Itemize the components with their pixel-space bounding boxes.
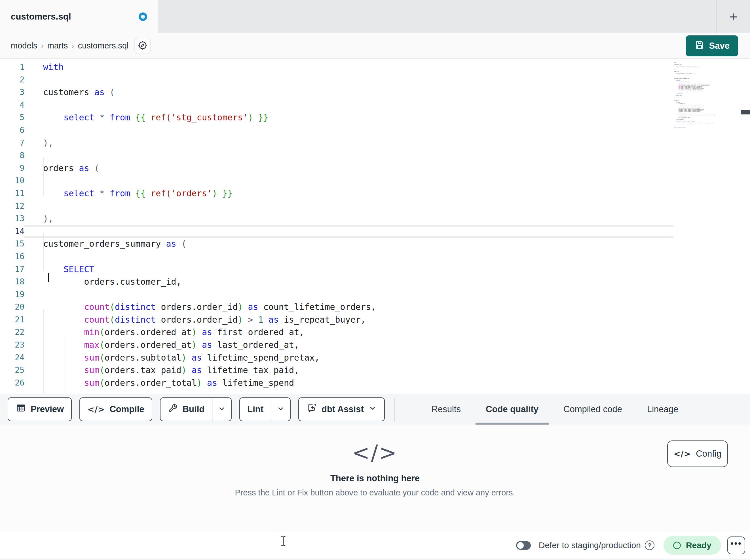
code-line-3[interactable]: 3customers as (	[0, 86, 673, 99]
dbt-assist-icon	[306, 403, 317, 416]
build-icon	[168, 403, 178, 416]
code-text	[24, 124, 673, 137]
code-text: select * from {{ ref('orders') }}	[24, 187, 673, 200]
minimap[interactable]: withcustomers as ( select * from {{ ref(…	[674, 62, 718, 128]
line-number: 25	[0, 364, 24, 377]
code-text: ),	[24, 137, 673, 149]
code-text	[24, 174, 673, 187]
lint-button[interactable]: Lint	[239, 397, 291, 421]
compile-button[interactable]: </>Compile	[79, 397, 152, 421]
code-line-14[interactable]: 14	[0, 225, 673, 238]
line-number: 19	[0, 288, 24, 301]
code-line-17[interactable]: 17 SELECT	[0, 263, 673, 276]
tab-code-quality[interactable]: Code quality	[473, 394, 551, 424]
code-line-8[interactable]: 8	[0, 149, 673, 162]
breadcrumb-item-marts[interactable]: marts	[47, 41, 68, 50]
indent-guide	[43, 233, 44, 271]
config-button-label: Config	[696, 449, 722, 459]
code-line-26[interactable]: 26 sum(orders.order_total) as lifetime_s…	[0, 377, 673, 390]
code-line-15[interactable]: 15customer_orders_summary as (	[0, 238, 673, 250]
code-editor[interactable]: 1with23customers as (45 select * from {{…	[0, 59, 750, 394]
editor-tab-customers-sql[interactable]: customers.sql	[0, 0, 158, 33]
build-dropdown-button[interactable]	[212, 398, 231, 421]
line-number: 5	[0, 111, 24, 124]
lint-dropdown-button[interactable]	[271, 398, 290, 421]
code-text: sum(orders.subtotal) as lifetime_spend_p…	[24, 352, 673, 364]
breadcrumb-bar: models›marts›customers.sql Save	[0, 33, 750, 59]
code-line-25[interactable]: 25 sum(orders.tax_paid) as lifetime_tax_…	[0, 364, 673, 377]
line-number: 4	[0, 99, 24, 111]
compile-icon: </>	[87, 404, 105, 414]
more-options-button[interactable]: •••	[727, 537, 745, 554]
save-icon	[694, 40, 705, 52]
line-number: 11	[0, 187, 24, 200]
code-line-4[interactable]: 4	[0, 99, 673, 111]
new-tab-button[interactable]: +	[716, 0, 750, 33]
line-number: 6	[0, 124, 24, 137]
code-line-21[interactable]: 21 count(distinct orders.order_id) > 1 a…	[0, 314, 673, 326]
line-number: 13	[0, 212, 24, 225]
help-icon[interactable]: ?	[645, 540, 654, 550]
code-text: select * from {{ ref('stg_customers') }}	[24, 111, 673, 124]
line-number: 10	[0, 174, 24, 187]
code-line-19[interactable]: 19	[0, 288, 673, 301]
minimap-line: on customers.customer_id = customer_orde…	[674, 122, 718, 124]
code-line-23[interactable]: 23 max(orders.ordered_at) as last_ordere…	[0, 339, 673, 352]
code-line-1[interactable]: 1with	[0, 61, 673, 74]
breadcrumb-item-customers-sql[interactable]: customers.sql	[78, 41, 129, 50]
code-line-22[interactable]: 22 min(orders.ordered_at) as first_order…	[0, 326, 673, 339]
line-number: 9	[0, 162, 24, 175]
file-navigate-button[interactable]	[134, 38, 151, 54]
line-number: 14	[0, 225, 24, 238]
code-line-2[interactable]: 2	[0, 74, 673, 86]
code-line-20[interactable]: 20 count(distinct orders.order_id) as co…	[0, 301, 673, 314]
code-line-11[interactable]: 11 select * from {{ ref('orders') }}	[0, 187, 673, 200]
defer-toggle[interactable]	[516, 541, 531, 550]
code-line-12[interactable]: 12	[0, 200, 673, 213]
code-text: sum(orders.order_total) as lifetime_spen…	[24, 377, 673, 390]
code-line-24[interactable]: 24 sum(orders.subtotal) as lifetime_spen…	[0, 352, 673, 364]
code-text	[24, 225, 673, 238]
toggle-knob	[517, 542, 524, 549]
code-text	[24, 288, 673, 301]
editor-scrollbar-thumb[interactable]	[741, 110, 750, 115]
line-number: 23	[0, 339, 24, 352]
save-button-label: Save	[709, 41, 730, 51]
code-quality-panel: </> There is nothing here Press the Lint…	[0, 424, 750, 532]
empty-state: </> There is nothing here Press the Lint…	[0, 424, 750, 497]
code-line-13[interactable]: 13),	[0, 212, 673, 225]
config-button[interactable]: </> Config	[667, 440, 728, 467]
code-line-7[interactable]: 7),	[0, 137, 673, 149]
ide-status-label: Ready	[686, 540, 711, 550]
toolbar-buttons: Preview</>Compile Build Lint dbt Assist	[8, 397, 392, 421]
dbt-assist-button[interactable]: dbt Assist	[298, 397, 385, 421]
code-text	[24, 74, 673, 86]
breadcrumb-item-models[interactable]: models	[11, 41, 37, 50]
preview-button[interactable]: Preview	[8, 397, 72, 421]
tab-compiled-code[interactable]: Compiled code	[551, 394, 635, 424]
code-line-5[interactable]: 5 select * from {{ ref('stg_customers') …	[0, 111, 673, 124]
tab-results[interactable]: Results	[419, 394, 473, 424]
text-caret	[48, 273, 49, 282]
code-line-16[interactable]: 16	[0, 250, 673, 263]
ellipsis-icon: •••	[730, 544, 742, 547]
save-button[interactable]: Save	[686, 36, 738, 56]
code-line-18[interactable]: 18 orders.customer_id,	[0, 276, 673, 288]
line-number: 8	[0, 149, 24, 162]
code-text	[24, 200, 673, 213]
code-line-6[interactable]: 6	[0, 124, 673, 137]
compile-label: Compile	[110, 404, 144, 414]
build-button[interactable]: Build	[160, 397, 232, 421]
code-text: count(distinct orders.order_id) as count…	[24, 301, 673, 314]
ide-status-badge[interactable]: Ready	[664, 536, 721, 555]
line-number: 26	[0, 377, 24, 390]
toolbar-divider	[394, 398, 395, 421]
result-tabs: ResultsCode qualityCompiled codeLineage	[419, 394, 691, 424]
tab-lineage[interactable]: Lineage	[635, 394, 691, 424]
code-line-10[interactable]: 10	[0, 174, 673, 187]
code-text: SELECT	[24, 263, 673, 276]
code-text: orders.customer_id,	[24, 276, 673, 288]
chevron-down-icon	[217, 405, 226, 414]
preview-icon	[16, 403, 26, 416]
code-line-9[interactable]: 9orders as (	[0, 162, 673, 175]
